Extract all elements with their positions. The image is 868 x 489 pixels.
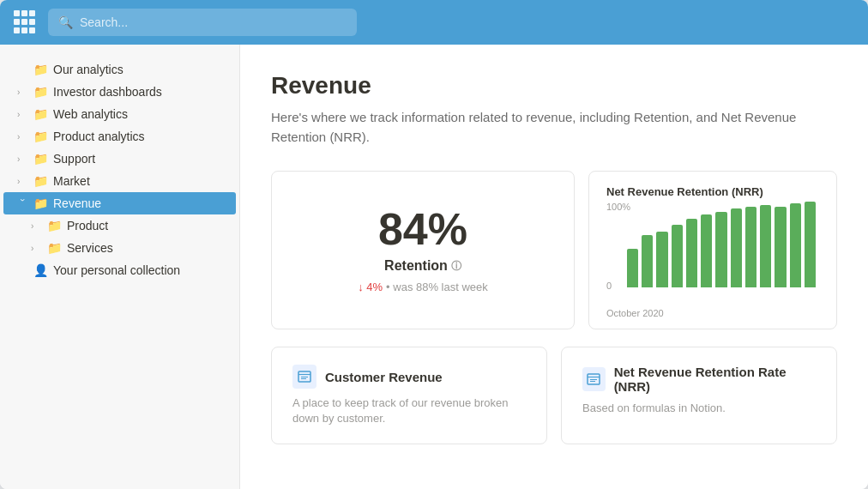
folder-icon: 📁 (33, 130, 48, 143)
metric-change-pct: ↓ 4% (358, 281, 383, 293)
chevron-icon: › (17, 88, 27, 97)
bars-container (627, 202, 816, 287)
chart-bar (805, 202, 816, 287)
sidebar-item-label: Market (53, 174, 222, 188)
chart-bar (715, 212, 726, 287)
sidebar-item-label: Product (67, 219, 222, 232)
sidebar-item-label: Our analytics (53, 63, 222, 76)
search-bar[interactable]: 🔍 Search... (48, 9, 357, 36)
metric-label-text: Retention (384, 258, 448, 274)
search-icon: 🔍 (58, 15, 73, 29)
bottom-card-desc: Based on formulas in Notion. (582, 401, 816, 416)
sidebar-item-label: Your personal collection (53, 263, 222, 277)
sidebar-item-product[interactable]: › 📁 Product (17, 214, 236, 237)
sidebar-item-market[interactable]: › 📁 Market (3, 170, 236, 192)
page-description: Here's where we track information relate… (271, 108, 837, 147)
chart-title: Net Revenue Retention (NRR) (606, 185, 819, 198)
chart-yaxis-bottom: 0 (606, 281, 612, 291)
search-placeholder: Search... (80, 15, 128, 29)
chart-bar (760, 205, 771, 287)
metric-card: 84% Retention ⓘ ↓ 4% • was 88% last week (271, 171, 575, 329)
sidebar-sub-revenue: › 📁 Product › 📁 Services (14, 214, 239, 259)
chevron-icon: › (17, 132, 27, 142)
sidebar-item-product-analytics[interactable]: › 📁 Product analytics (3, 125, 236, 148)
chart-yaxis-top: 100% (606, 202, 630, 212)
bottom-card-header: Customer Revenue (292, 365, 526, 389)
main-area: 📁 Our analytics › 📁 Investor dashboards … (0, 45, 868, 489)
chart-bar (775, 207, 786, 287)
folder-icon: 📁 (33, 85, 48, 99)
folder-icon: 📁 (33, 196, 48, 210)
chart-bar (790, 203, 801, 287)
topbar: 🔍 Search... (0, 0, 868, 45)
sidebar-item-personal-collection[interactable]: 👤 Your personal collection (3, 259, 236, 281)
sidebar-item-label: Product analytics (53, 130, 222, 143)
sidebar-item-label: Investor dashboards (53, 85, 222, 99)
chart-bar (701, 214, 712, 287)
chart-xlabel: October 2020 (606, 308, 819, 318)
card-icon (292, 365, 316, 389)
chart-area: 100% 0 (606, 202, 819, 305)
chevron-icon: › (31, 221, 41, 231)
chart-bar (672, 225, 683, 287)
metric-info-icon: ⓘ (451, 259, 461, 274)
metric-change-text: • was 88% last week (386, 281, 488, 293)
chevron-icon: › (17, 177, 27, 186)
metric-label: Retention ⓘ (384, 258, 461, 274)
chart-bar (656, 232, 667, 287)
folder-icon: 📁 (46, 219, 62, 232)
chevron-icon: › (17, 154, 27, 164)
bottom-card-title: Customer Revenue (325, 370, 443, 384)
sidebar-item-label: Services (67, 241, 222, 255)
bottom-card-desc: A place to keep track of our revenue bro… (292, 395, 526, 426)
chart-bar (642, 235, 653, 287)
folder-icon: 📁 (33, 152, 48, 166)
card-icon (582, 367, 606, 391)
chart-bar (627, 249, 638, 287)
sidebar-item-label: Web analytics (53, 107, 222, 121)
sidebar-item-services[interactable]: › 📁 Services (17, 237, 236, 259)
bottom-card-title: Net Revenue Retention Rate (NRR) (614, 365, 816, 394)
sidebar-item-web-analytics[interactable]: › 📁 Web analytics (3, 103, 236, 125)
folder-icon: 📁 (33, 107, 48, 121)
metric-change: ↓ 4% • was 88% last week (358, 281, 488, 293)
bottom-card-customer-revenue[interactable]: Customer Revenue A place to keep track o… (271, 347, 547, 444)
metric-value: 84% (378, 207, 467, 251)
chart-bar (731, 208, 742, 287)
chevron-icon: › (31, 244, 41, 253)
bottom-card-header: Net Revenue Retention Rate (NRR) (582, 365, 816, 394)
bottom-cards-row: Customer Revenue A place to keep track o… (271, 347, 837, 444)
folder-icon: 📁 (33, 174, 48, 188)
page-title: Revenue (271, 72, 837, 100)
sidebar-item-label: Revenue (53, 196, 222, 210)
cards-row: 84% Retention ⓘ ↓ 4% • was 88% last week… (271, 171, 837, 329)
content-area: Revenue Here's where we track informatio… (240, 45, 868, 489)
sidebar-item-investor-dashboards[interactable]: › 📁 Investor dashboards (3, 81, 236, 103)
folder-icon: 📁 (33, 63, 48, 76)
person-icon: 👤 (33, 263, 48, 277)
chart-card: Net Revenue Retention (NRR) 100% 0 Octob… (588, 171, 837, 329)
sidebar-item-support[interactable]: › 📁 Support (3, 148, 236, 170)
chart-bar (745, 207, 756, 287)
sidebar-item-our-analytics[interactable]: 📁 Our analytics (3, 58, 236, 81)
app-logo-icon[interactable] (14, 10, 38, 34)
sidebar-item-label: Support (53, 152, 222, 166)
chart-bar (686, 219, 697, 287)
bottom-card-nrr[interactable]: Net Revenue Retention Rate (NRR) Based o… (561, 347, 837, 444)
sidebar-item-revenue[interactable]: › 📁 Revenue (3, 192, 236, 214)
chevron-icon: › (17, 110, 27, 119)
chevron-open-icon: › (18, 198, 27, 208)
sidebar: 📁 Our analytics › 📁 Investor dashboards … (0, 45, 240, 489)
folder-icon: 📁 (46, 241, 62, 255)
